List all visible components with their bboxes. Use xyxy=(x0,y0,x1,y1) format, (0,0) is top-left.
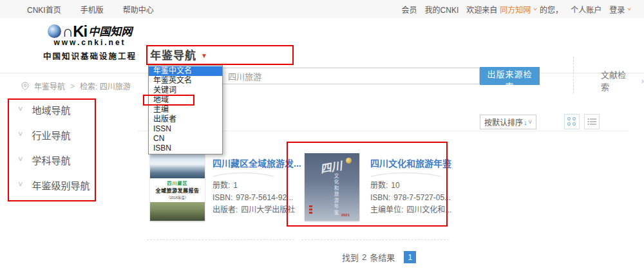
title-caret-down-icon[interactable]: ▼ xyxy=(201,52,208,59)
field-value: 10 xyxy=(391,182,399,189)
topbar-link-member[interactable]: 会员 xyxy=(402,4,417,15)
page-title-text: 年鉴导航 xyxy=(150,50,196,62)
book-title-link[interactable]: 四川藏区全域旅游发... xyxy=(213,156,303,169)
doc-search-label: 文献检索 xyxy=(601,68,631,93)
book-cover-sichuan-tibetan-tourism[interactable]: 四川藏区 全域旅游发展报告 （2016年度） xyxy=(150,153,205,221)
location-pin-icon xyxy=(21,82,29,91)
cover-title-text: 全域旅游发展报告 xyxy=(150,187,205,194)
topbar-links: CNKI首页 手机版 帮助中心 xyxy=(27,0,154,18)
sidebar-item-label: 年鉴级别导航 xyxy=(32,178,90,192)
chevron-down-icon: ˅ xyxy=(18,131,23,138)
field-chief-editor-org: 主编单位: 四川文化和... xyxy=(370,206,460,214)
breadcrumb-root[interactable]: 年鉴导航 xyxy=(34,80,65,91)
topbar-link-cnki-home[interactable]: CNKI首页 xyxy=(27,4,61,15)
dropdown-option-publisher[interactable]: 出版者 xyxy=(149,115,222,124)
publication-search-button[interactable]: 出版来源检索 xyxy=(480,67,540,85)
cnki-yearbook-page: CNKI首页 手机版 帮助中心 会员 我的CNKI 欢迎来自 同方知网 ˅ 的您… xyxy=(0,0,644,280)
sidebar-item-industry-nav[interactable]: ˅ 行业导航 xyxy=(18,129,71,140)
list-view-button[interactable] xyxy=(584,114,600,129)
dropdown-option-cn[interactable]: CN xyxy=(149,134,222,144)
grid-view-icon xyxy=(567,117,576,126)
cover-photo-mountains xyxy=(150,153,205,178)
dropdown-option-keyword[interactable]: 关键词 xyxy=(149,86,222,95)
cover-year-text: （2016年度） xyxy=(153,194,202,200)
doc-search-arrow-icon: › xyxy=(641,76,644,86)
chevron-down-icon: ˅ xyxy=(18,106,23,113)
doc-search-link[interactable]: 文献检索 › xyxy=(601,68,644,93)
field-label: 出版者: xyxy=(213,206,238,214)
result-card-2: 四川文化和旅游年鉴 册数: 10 ISBN: 978-7-5727-05... … xyxy=(370,156,460,214)
logo-cn-name: 中国知网 xyxy=(88,26,132,38)
welcome-prefix: 欢迎来自 xyxy=(466,4,497,15)
field-isbn: ISBN: 978-7-5727-05... xyxy=(370,194,460,201)
sidebar-item-level-nav[interactable]: ˅ 年鉴级别导航 xyxy=(18,179,90,191)
card-divider xyxy=(147,239,294,240)
topbar-link-mobile[interactable]: 手机版 xyxy=(80,4,104,15)
dropdown-option-yearbook-en-name[interactable]: 年鉴英文名 xyxy=(149,76,222,86)
sort-chevron-down-icon: ˅ xyxy=(528,118,532,126)
page-1-button[interactable]: 1 xyxy=(404,251,416,263)
cover-year-text: 2021 xyxy=(341,213,350,217)
welcome-text: 欢迎来自 同方知网 ˅ 的您， xyxy=(466,4,563,15)
field-value: 四川大学出版社 xyxy=(241,206,295,214)
field-volume-count: 册数: 10 xyxy=(370,182,460,189)
book-title-link[interactable]: 四川文化和旅游年鉴 xyxy=(370,156,460,169)
grid-view-button[interactable] xyxy=(564,114,580,129)
top-bar: CNKI首页 手机版 帮助中心 会员 我的CNKI 欢迎来自 同方知网 ˅ 的您… xyxy=(0,0,644,19)
login-chevron-down-icon[interactable]: ˅ xyxy=(627,6,631,12)
topbar-link-account[interactable]: 个人账户 xyxy=(571,4,601,15)
field-label: 册数: xyxy=(370,182,388,189)
logo-slogan: 中国知识基础设施工程 xyxy=(33,50,146,62)
breadcrumb-separator: > xyxy=(70,82,75,91)
globe-icon xyxy=(48,24,61,38)
dropdown-option-isbn[interactable]: ISBN xyxy=(149,144,222,153)
card-divider xyxy=(301,239,449,240)
field-value: 978-7-5614-92... xyxy=(236,194,293,201)
title-underline-curve xyxy=(370,172,441,177)
cover-calligraphy-text: 四川 xyxy=(319,156,343,176)
logo-url: www.cnki.net xyxy=(33,38,146,47)
cover-photo-village xyxy=(150,202,205,221)
cover-red-seal-icon xyxy=(309,205,312,214)
cover-vertical-title: 文化和旅游年鉴 xyxy=(332,173,339,216)
logo-mark: ∩Ki xyxy=(62,25,87,38)
cover-series-text: 四川藏区 xyxy=(150,180,205,186)
cover-gold-seal-icon xyxy=(346,158,352,163)
field-label: 册数: xyxy=(213,182,230,189)
sidebar-item-region-nav[interactable]: ˅ 地域导航 xyxy=(18,104,71,115)
sidebar-item-label: 学科导航 xyxy=(32,153,71,167)
result-card-1: 四川藏区全域旅游发... 册数: 1 ISBN: 978-7-5614-92..… xyxy=(213,156,303,214)
sort-select[interactable]: 按默认排序 ↓ ˅ xyxy=(480,115,536,129)
sidebar-item-subject-nav[interactable]: ˅ 学科导航 xyxy=(18,154,71,165)
chevron-down-icon: ˅ xyxy=(18,182,23,188)
header-divider xyxy=(573,57,574,93)
chevron-down-icon: ˅ xyxy=(18,156,23,163)
search-input[interactable] xyxy=(222,68,480,84)
title-underline-curve xyxy=(213,172,274,177)
org-link[interactable]: 同方知网 xyxy=(500,4,531,15)
cnki-logo[interactable]: ∩Ki 中国知网 www.cnki.net 中国知识基础设施工程 xyxy=(33,24,146,62)
field-label: ISBN: xyxy=(370,194,390,201)
org-chevron-down-icon[interactable]: ˅ xyxy=(533,6,537,12)
field-value: 1 xyxy=(233,182,238,189)
dropdown-option-yearbook-cn-name[interactable]: 年鉴中文名 xyxy=(149,66,222,76)
welcome-suffix: 的您， xyxy=(540,4,563,15)
field-value: 四川文化和... xyxy=(406,206,451,214)
field-label: ISBN: xyxy=(213,194,232,201)
dropdown-option-region[interactable]: 地域 xyxy=(149,95,222,105)
dropdown-option-issn[interactable]: ISSN xyxy=(149,124,222,134)
sort-direction-arrow-icon: ↓ xyxy=(524,118,527,126)
topbar-link-my-cnki[interactable]: 我的CNKI xyxy=(425,4,459,15)
topbar-link-help[interactable]: 帮助中心 xyxy=(123,4,154,15)
dropdown-option-chief-editor[interactable]: 主编 xyxy=(149,105,222,115)
book-cover-sichuan-culture-tourism-yearbook[interactable]: 四川 文化和旅游年鉴 2021 xyxy=(305,153,359,221)
breadcrumb: 年鉴导航 > 检索: 四川旅游 xyxy=(21,80,131,91)
topbar-link-login[interactable]: 登录 xyxy=(609,4,625,15)
sidebar-item-label: 地域导航 xyxy=(32,103,71,117)
field-isbn: ISBN: 978-7-5614-92... xyxy=(213,194,303,201)
breadcrumb-current: 检索: 四川旅游 xyxy=(80,80,131,91)
page-title: 年鉴导航▼ xyxy=(150,46,208,62)
summary-suffix: 条结果 xyxy=(370,251,395,263)
field-value: 978-7-5727-05... xyxy=(393,194,451,201)
search-field-dropdown: 年鉴中文名 年鉴英文名 关键词 地域 主编 出版者 ISSN CN ISBN xyxy=(148,65,223,154)
